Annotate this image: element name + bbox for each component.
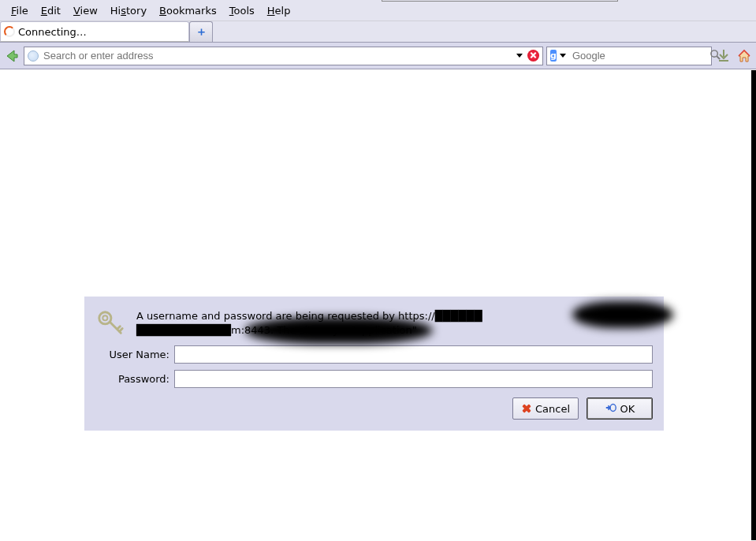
menu-file[interactable]: File xyxy=(5,2,35,20)
stop-reload-button[interactable] xyxy=(527,50,539,62)
tab-title: Connecting… xyxy=(18,26,87,38)
menu-history[interactable]: History xyxy=(104,2,153,20)
ok-arrow-icon xyxy=(605,402,617,416)
svg-point-3 xyxy=(102,315,107,320)
search-input[interactable] xyxy=(571,49,706,62)
vertical-scrollbar[interactable] xyxy=(751,70,756,540)
new-tab-button[interactable]: ＋ xyxy=(189,21,213,42)
key-icon xyxy=(95,308,125,338)
downloads-button[interactable] xyxy=(715,47,732,65)
search-engine-icon[interactable]: g xyxy=(550,50,557,62)
page-content: A username and password are being reques… xyxy=(0,70,751,540)
cancel-button[interactable]: Cancel xyxy=(512,397,579,420)
loading-spinner-icon xyxy=(4,26,15,37)
search-bar[interactable]: g xyxy=(546,47,712,65)
tab-strip: Connecting… ＋ xyxy=(0,21,756,43)
menu-edit[interactable]: Edit xyxy=(35,2,67,20)
navigation-toolbar: g xyxy=(0,43,756,69)
redaction-blob xyxy=(572,301,673,328)
menu-bookmarks[interactable]: Bookmarks xyxy=(153,2,223,20)
ok-button-label: OK xyxy=(620,403,635,415)
cancel-button-label: Cancel xyxy=(535,403,570,415)
menu-tools[interactable]: Tools xyxy=(223,2,261,20)
ok-button[interactable]: OK xyxy=(587,397,653,420)
username-label: User Name: xyxy=(95,349,174,360)
redaction-blob xyxy=(245,317,433,344)
plus-icon: ＋ xyxy=(196,24,207,39)
globe-icon xyxy=(28,50,39,62)
http-auth-dialog: A username and password are being reques… xyxy=(84,297,664,431)
url-bar[interactable] xyxy=(24,47,543,65)
tab-active[interactable]: Connecting… xyxy=(0,21,189,42)
svg-point-4 xyxy=(610,404,616,411)
menu-bar: File Edit View History Bookmarks Tools H… xyxy=(0,0,756,21)
search-engine-dropdown-icon[interactable] xyxy=(560,54,566,58)
menu-view[interactable]: View xyxy=(67,2,104,20)
menu-help[interactable]: Help xyxy=(261,2,297,20)
password-label: Password: xyxy=(95,373,174,385)
back-button[interactable] xyxy=(3,47,20,65)
home-button[interactable] xyxy=(736,47,753,65)
cancel-x-icon xyxy=(521,403,532,414)
password-input[interactable] xyxy=(174,370,653,388)
url-dropdown-icon[interactable] xyxy=(516,54,523,58)
titlebar-remnant xyxy=(382,0,618,2)
username-input[interactable] xyxy=(174,345,653,364)
url-input[interactable] xyxy=(42,49,513,62)
